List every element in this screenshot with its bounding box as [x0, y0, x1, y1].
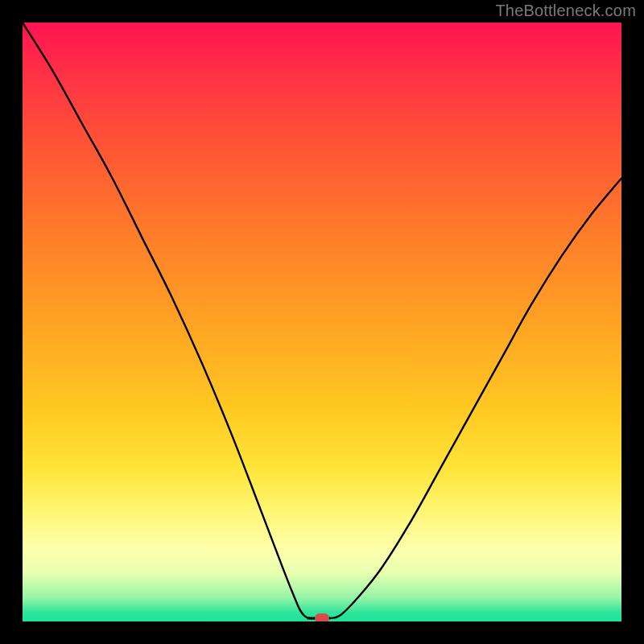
- chart-frame: TheBottleneck.com: [0, 0, 644, 644]
- watermark-text: TheBottleneck.com: [495, 2, 636, 20]
- bottleneck-curve: [23, 23, 621, 621]
- optimal-point-marker: [315, 613, 329, 621]
- plot-area: [23, 23, 621, 621]
